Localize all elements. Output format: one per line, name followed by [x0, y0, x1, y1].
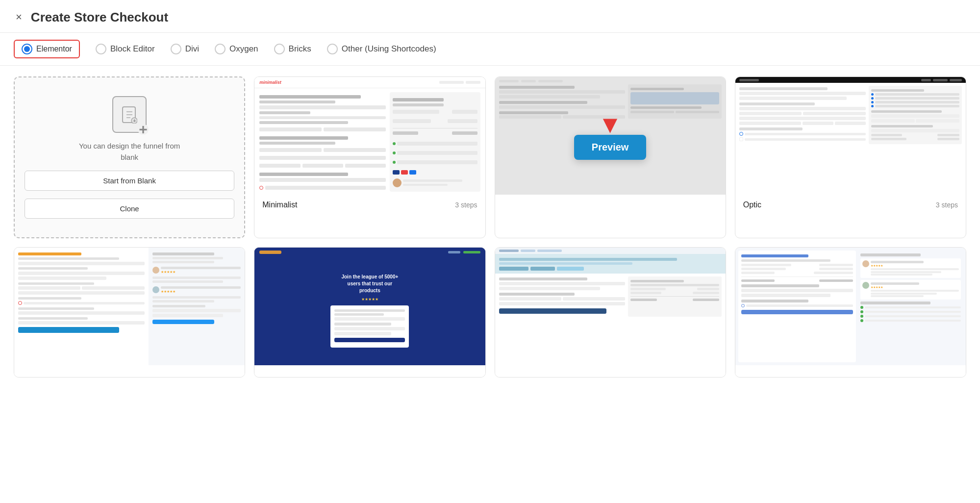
optic-top-bar: [735, 77, 966, 83]
template-preview-logopsum-sm: ★★★★★ ★★★★★: [14, 248, 245, 365]
template-preview-utopia: [495, 248, 726, 365]
tab-bricks-label: Bricks: [289, 44, 311, 54]
template-footer-utopia: [495, 365, 726, 377]
template-footer-logopsum-lg: [254, 365, 485, 377]
template-grid: + You can design the funnel from blank S…: [0, 66, 980, 388]
tab-elementor-label: Elementor: [36, 45, 72, 53]
template-preview-hover: ▼ Preview: [495, 77, 726, 195]
tab-block-editor-label: Block Editor: [110, 44, 155, 54]
radio-bricks: [274, 44, 285, 54]
tab-bricks[interactable]: Bricks: [274, 44, 311, 54]
svg-text:+: +: [133, 118, 136, 123]
template-footer-courselog: [735, 365, 966, 377]
tab-oxygen-label: Oxygen: [229, 44, 258, 54]
clone-button[interactable]: Clone: [25, 199, 234, 219]
template-preview-minimalist: minimalist: [254, 77, 485, 195]
tab-block-editor[interactable]: Block Editor: [96, 44, 155, 54]
tab-elementor[interactable]: Elementor: [14, 40, 80, 58]
radio-divi: [171, 44, 181, 54]
template-footer-minimalist: Minimalist 3 steps: [254, 195, 485, 215]
tab-divi-label: Divi: [185, 44, 199, 54]
template-preview-courselog: ★★★★★ ★★★★★: [735, 248, 966, 365]
template-card-optic[interactable]: Optic 3 steps: [735, 76, 966, 238]
template-steps-minimalist: 3 steps: [455, 201, 477, 209]
template-card-utopia[interactable]: [495, 247, 726, 377]
template-preview-optic: [735, 77, 966, 195]
modal-header: × Create Store Checkout: [0, 0, 980, 33]
start-from-blank-button[interactable]: Start from Blank: [25, 171, 234, 191]
tab-bar: Elementor Block Editor Divi Oxygen Brick…: [0, 33, 980, 66]
template-footer-logopsum-sm: [14, 365, 245, 377]
blank-card-text: You can design the funnel from blank: [75, 141, 183, 163]
preview-overlay: ▼ Preview: [495, 77, 726, 195]
template-card-minimalist[interactable]: minimalist: [254, 76, 485, 238]
template-preview-logopsum-lg: Join the league of 5000+ users that trus…: [254, 248, 485, 365]
radio-elementor: [22, 44, 32, 54]
tab-divi[interactable]: Divi: [171, 44, 199, 54]
blank-card-icon: +: [112, 96, 147, 133]
radio-other: [327, 44, 338, 54]
close-button[interactable]: ×: [14, 9, 24, 25]
tab-other-label: Other (Using Shortcodes): [342, 44, 436, 54]
template-name-optic: Optic: [743, 201, 761, 209]
page-title: Create Store Checkout: [31, 10, 168, 25]
template-card-logopsum-sm[interactable]: ★★★★★ ★★★★★: [14, 247, 245, 377]
template-card-logopsum-lg[interactable]: Join the league of 5000+ users that trus…: [254, 247, 485, 377]
preview-button[interactable]: Preview: [574, 135, 647, 160]
tab-other[interactable]: Other (Using Shortcodes): [327, 44, 436, 54]
red-arrow-icon: ▼: [598, 112, 623, 137]
template-steps-optic: 3 steps: [936, 201, 958, 209]
template-footer-optic: Optic 3 steps: [735, 195, 966, 215]
optic-body: [735, 83, 966, 147]
radio-block-editor: [96, 44, 106, 54]
template-card-preview-hover[interactable]: ▼ Preview: [495, 76, 726, 238]
tab-oxygen[interactable]: Oxygen: [215, 44, 258, 54]
template-card-courselog[interactable]: ★★★★★ ★★★★★: [735, 247, 966, 377]
blank-card[interactable]: + You can design the funnel from blank S…: [14, 76, 245, 238]
template-footer-hover: [495, 195, 726, 206]
template-name-minimalist: Minimalist: [262, 201, 297, 209]
radio-oxygen: [215, 44, 226, 54]
